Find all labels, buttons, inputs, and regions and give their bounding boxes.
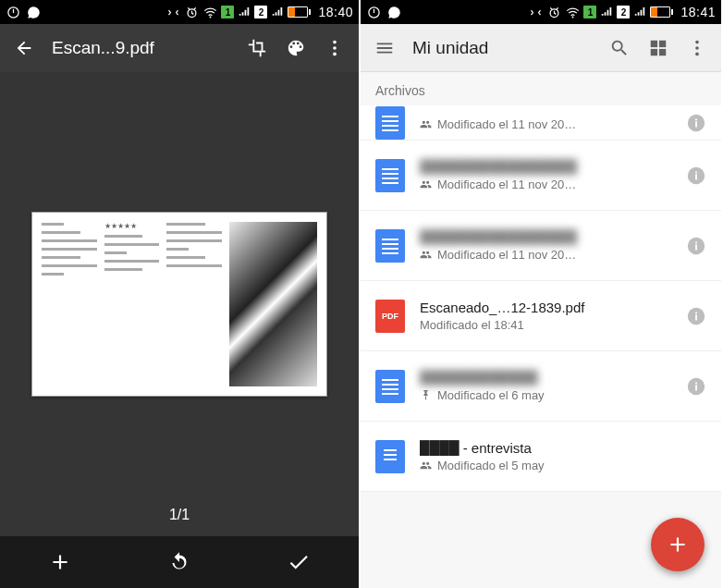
overflow-menu-button[interactable] — [686, 37, 708, 59]
wifi-icon — [565, 5, 580, 19]
svg-point-14 — [695, 46, 699, 50]
status-bar: 1 2 18:41 — [361, 0, 721, 24]
section-header: Archivos — [361, 72, 721, 105]
shared-icon — [420, 249, 432, 261]
pdf-icon: PDF — [375, 300, 405, 333]
view-toggle-button[interactable] — [647, 37, 669, 59]
document-title[interactable]: Escan...9.pdf — [52, 38, 229, 58]
file-row[interactable]: ████████████████ Modificado el 11 nov 20… — [361, 211, 721, 281]
scan-bottom-bar — [0, 536, 359, 588]
google-docs-icon — [375, 229, 405, 263]
file-row[interactable]: Modificado el 11 nov 20… — [361, 105, 721, 141]
status-bar: 1 2 18:40 — [0, 0, 359, 24]
menu-button[interactable] — [374, 37, 396, 59]
retake-button[interactable] — [119, 536, 239, 588]
shared-icon — [420, 178, 432, 190]
crop-button[interactable] — [246, 37, 268, 59]
overflow-menu-button[interactable] — [324, 37, 346, 59]
shared-icon — [420, 459, 432, 472]
file-name: Escaneado_…12-1839.pdf — [420, 300, 671, 315]
signal2-icon — [271, 5, 284, 20]
page-counter: 1/1 — [169, 507, 190, 523]
file-info-button[interactable] — [686, 165, 706, 186]
wifi-icon — [202, 5, 217, 19]
file-info-button[interactable] — [686, 376, 706, 397]
vibrate-icon — [165, 5, 180, 19]
clock: 18:40 — [318, 5, 353, 19]
palette-button[interactable] — [285, 37, 307, 59]
clock: 18:41 — [680, 5, 716, 19]
confirm-button[interactable] — [239, 536, 359, 588]
power-save-icon — [6, 5, 20, 19]
fab-add-button[interactable] — [651, 518, 705, 571]
vibrate-icon — [528, 5, 543, 19]
svg-rect-9 — [651, 40, 657, 46]
file-meta: Modificado el 11 nov 20… — [420, 178, 671, 191]
sim1-icon: 1 — [221, 6, 234, 18]
shared-icon — [420, 118, 432, 130]
scan-preview-area[interactable]: ★★★★★ 1/1 — [0, 72, 359, 536]
file-row[interactable]: ████ - entrevista Modificado el 5 may — [361, 422, 721, 492]
power-save-icon — [366, 5, 381, 19]
svg-rect-11 — [651, 48, 657, 55]
alarm-icon — [184, 5, 199, 19]
alarm-icon — [546, 5, 561, 19]
scanned-page-thumbnail: ★★★★★ — [31, 212, 327, 397]
svg-point-3 — [333, 41, 337, 44]
back-button[interactable] — [13, 37, 35, 59]
file-meta: Modificado el 11 nov 20… — [420, 248, 671, 262]
sim1-icon: 1 — [583, 6, 596, 18]
signal2-icon — [633, 5, 646, 20]
drive-file-list[interactable]: Archivos Modificado el 11 nov 20… ██████… — [361, 72, 721, 588]
svg-point-15 — [695, 52, 699, 55]
svg-rect-12 — [659, 48, 666, 55]
drive-title[interactable]: Mi unidad — [412, 38, 592, 58]
battery-icon — [650, 6, 673, 18]
file-name: ████████████████ — [420, 159, 671, 175]
svg-point-2 — [210, 16, 212, 18]
sim2-icon: 2 — [254, 6, 267, 18]
file-name: ████ - entrevista — [420, 440, 706, 456]
file-meta: Modificado el 11 nov 20… — [420, 117, 671, 131]
file-meta: Modificado el 18:41 — [420, 318, 671, 332]
file-meta: Modificado el 6 may — [420, 388, 671, 402]
signal1-icon — [600, 5, 613, 20]
google-docs-icon — [375, 370, 405, 403]
file-row[interactable]: ████████████████ Modificado el 11 nov 20… — [361, 141, 721, 211]
drive-app-bar: Mi unidad — [361, 24, 721, 72]
google-docs-icon — [375, 159, 405, 192]
whatsapp-icon — [386, 5, 401, 19]
signal1-icon — [238, 5, 251, 20]
search-button[interactable] — [608, 37, 631, 59]
file-info-button[interactable] — [686, 113, 706, 133]
file-name: ████████████ — [420, 370, 671, 386]
svg-rect-10 — [659, 40, 666, 46]
file-info-button[interactable] — [686, 306, 706, 326]
file-info-button[interactable] — [686, 236, 706, 256]
file-meta: Modificado el 5 may — [420, 459, 706, 472]
add-page-button[interactable] — [0, 536, 119, 588]
pinned-icon — [420, 389, 432, 401]
drive-screen: 1 2 18:41 Mi unidad Archivos Modificado … — [361, 0, 721, 588]
file-row[interactable]: ████████████ Modificado el 6 may — [361, 351, 721, 422]
svg-point-8 — [572, 16, 574, 18]
whatsapp-icon — [26, 5, 41, 19]
svg-point-4 — [333, 46, 337, 50]
google-docs-icon — [375, 106, 405, 140]
sim2-icon: 2 — [617, 6, 630, 18]
scan-preview-screen: 1 2 18:40 Escan...9.pdf ★★★★★ 1/1 — [0, 0, 361, 588]
battery-icon — [288, 6, 311, 18]
svg-point-5 — [333, 53, 337, 56]
file-name: ████████████████ — [420, 229, 671, 245]
file-row[interactable]: PDF Escaneado_…12-1839.pdf Modificado el… — [361, 281, 721, 351]
google-docs-icon — [375, 440, 405, 473]
svg-point-13 — [695, 40, 699, 43]
scan-app-bar: Escan...9.pdf — [0, 24, 359, 72]
